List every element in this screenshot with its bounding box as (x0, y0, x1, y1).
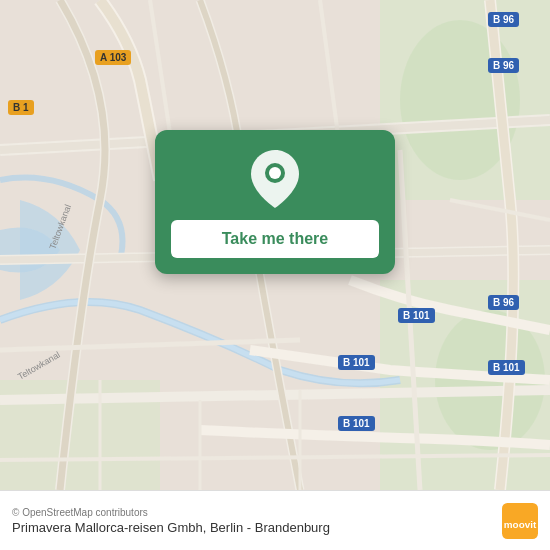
svg-point-24 (269, 167, 281, 179)
badge-b96-1: B 96 (488, 12, 519, 27)
badge-b101-3: B 101 (338, 416, 375, 431)
badge-b101-1: B 101 (398, 308, 435, 323)
moovit-logo: moovit (502, 503, 538, 539)
badge-a103: A 103 (95, 50, 131, 65)
map-container: Telt Teltowkanal Teltowkanal A 103 B 1 B… (0, 0, 550, 490)
location-card: Take me there (155, 130, 395, 274)
svg-text:moovit: moovit (504, 519, 537, 530)
badge-b101-4: B 101 (488, 360, 525, 375)
bottom-bar: © OpenStreetMap contributors Primavera M… (0, 490, 550, 550)
badge-b96-2: B 96 (488, 58, 519, 73)
location-pin-icon (251, 150, 299, 208)
take-me-there-button[interactable]: Take me there (171, 220, 379, 258)
badge-b101-2: B 101 (338, 355, 375, 370)
location-full-title: Primavera Mallorca-reisen Gmbh, Berlin -… (12, 520, 492, 535)
badge-b96-3: B 96 (488, 295, 519, 310)
badge-b1: B 1 (8, 100, 34, 115)
attribution-text: © OpenStreetMap contributors (12, 507, 492, 518)
moovit-icon: moovit (502, 503, 538, 539)
